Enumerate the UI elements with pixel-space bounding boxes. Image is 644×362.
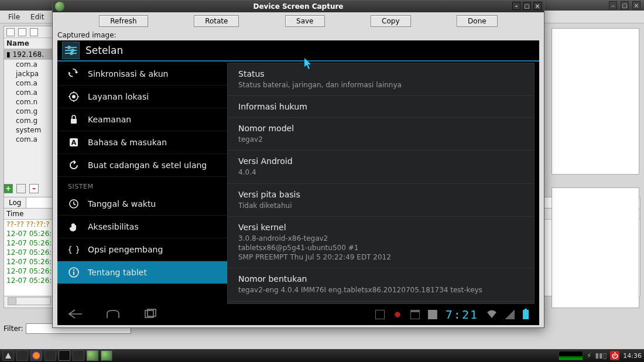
taskbar-item[interactable] (73, 350, 84, 361)
settings-icon[interactable] (62, 42, 80, 59)
detail-item[interactable]: StatusStatus baterai, jaringan, dan info… (228, 63, 534, 96)
detail-subtitle: tegav2-eng 4.0.4 IMM76I eng.tabletsx86.2… (238, 285, 523, 295)
cpu-graph-icon[interactable] (559, 351, 583, 360)
detail-title: Nomor bentukan (238, 274, 523, 284)
nav-item-hand[interactable]: Aksesibilitas (57, 216, 227, 238)
package-row[interactable]: jackpa (4, 69, 54, 78)
svg-rect-9 (73, 272, 74, 275)
signal-icon[interactable] (505, 310, 515, 319)
maximize-icon[interactable]: ▢ (621, 1, 629, 9)
package-row[interactable]: com.n (4, 97, 54, 107)
home-icon[interactable] (105, 309, 121, 321)
power-icon[interactable]: ⏻ (610, 351, 619, 360)
right-lower-panel (551, 187, 639, 308)
nav-item-info[interactable]: Tentang tablet (57, 261, 227, 284)
taskbar-item[interactable] (44, 350, 56, 361)
minimize-icon[interactable]: – (609, 1, 617, 9)
taskbar-clock: 14:36 (623, 352, 642, 360)
back-icon[interactable] (68, 309, 83, 321)
package-row[interactable]: com.a (4, 78, 54, 88)
svg-point-0 (72, 95, 76, 98)
app-icon (55, 2, 64, 11)
copy-button[interactable]: Copy (371, 15, 410, 27)
device-label: 192.168. (13, 50, 44, 59)
tool-icon[interactable] (18, 28, 26, 36)
desktop-taskbar: ⚡ ▮▮▯ ⏻ 14:36 (0, 349, 644, 362)
tab-log[interactable]: Log (4, 197, 26, 208)
detail-item[interactable]: Nomor modeltegav2 (228, 118, 534, 151)
backup-icon (68, 159, 80, 171)
package-row[interactable]: com.g (4, 107, 54, 116)
device-row[interactable]: ▮ 192.168. (4, 49, 54, 60)
rotate-button[interactable]: Rotate (194, 15, 239, 27)
nav-label: Tentang tablet (88, 268, 147, 277)
detail-item[interactable]: Versi pita basisTidak diketahui (228, 184, 534, 217)
maximize-icon[interactable]: ▢ (523, 2, 531, 10)
tool-icon[interactable] (30, 28, 38, 36)
package-row[interactable]: com.a (4, 60, 54, 69)
tool-icon[interactable] (6, 28, 15, 36)
start-icon[interactable] (2, 350, 14, 361)
detail-item[interactable]: Informasi hukum (228, 96, 534, 118)
tray-shop-icon[interactable] (410, 310, 420, 319)
tray-plug-icon[interactable]: ⚡ (587, 351, 591, 360)
taskbar-terminal-icon[interactable] (59, 350, 70, 361)
sysbar-clock[interactable]: 7:21 (446, 308, 478, 322)
menu-edit[interactable]: Edit (26, 12, 49, 22)
package-row[interactable]: com.g (4, 116, 54, 125)
remove-icon[interactable]: – (29, 184, 39, 193)
nav-item-braces[interactable]: { }Opsi pengembang (57, 238, 227, 261)
nav-item-lock[interactable]: Keamanan (57, 108, 227, 131)
tray-record-icon[interactable] (393, 310, 402, 319)
package-row[interactable]: system (4, 125, 54, 135)
close-icon[interactable]: × (533, 2, 542, 10)
menu-file[interactable]: File (4, 12, 25, 22)
detail-item[interactable]: Nomor bentukantegav2-eng 4.0.4 IMM76I en… (228, 268, 534, 301)
nav-item-lang[interactable]: ABahasa & masukan (57, 131, 227, 154)
tray-mail-icon[interactable] (428, 310, 437, 319)
edit-icon[interactable] (16, 184, 26, 193)
done-button[interactable]: Done (457, 15, 498, 27)
captured-image-label: Captured image: (53, 30, 544, 40)
system-tray: ⚡ ▮▮▯ ⏻ 14:36 (559, 351, 642, 360)
refresh-button[interactable]: Refresh (99, 15, 148, 27)
detail-item[interactable]: Versi kernel3.0.8-android-x86-tegav2tabl… (228, 217, 534, 269)
detail-title: Versi pita basis (238, 190, 523, 199)
tray-icon[interactable] (375, 310, 385, 319)
wifi-icon[interactable] (487, 309, 497, 321)
taskbar-firefox-icon[interactable] (30, 350, 42, 361)
detail-item[interactable]: Versi Android4.0.4 (228, 151, 534, 183)
lang-icon: A (68, 136, 80, 148)
dialog-title: Device Screen Capture (254, 2, 344, 11)
taskbar-active-app[interactable] (87, 350, 98, 361)
nav-item-location[interactable]: Layanan lokasi (57, 86, 227, 108)
minimize-icon[interactable]: – (512, 2, 520, 10)
battery-icon[interactable] (523, 310, 529, 319)
nav-label: Layanan lokasi (88, 92, 149, 101)
nav-item-clock[interactable]: Tanggal & waktu (57, 193, 227, 216)
detail-subtitle: Tidak diketahui (238, 201, 523, 210)
device-tree-toolbar (4, 26, 54, 38)
taskbar-item[interactable] (101, 350, 112, 361)
lock-icon (68, 114, 80, 125)
close-icon[interactable]: × (632, 1, 640, 9)
nav-item-sync[interactable]: Sinkronisasi & akun (57, 63, 227, 86)
right-upper-panel (551, 28, 639, 175)
package-row[interactable]: com.a (4, 135, 54, 144)
package-row[interactable]: com.a (4, 88, 54, 97)
svg-rect-2 (71, 119, 77, 124)
column-header-name: Name (4, 38, 54, 49)
braces-icon: { } (68, 244, 80, 255)
nav-item-backup[interactable]: Buat cadangan & setel ulang (57, 154, 227, 177)
tray-signal-icon[interactable]: ▮▮▯ (595, 351, 607, 360)
nav-section-header: SISTEM (57, 177, 227, 193)
dialog-titlebar[interactable]: Device Screen Capture – ▢ × (53, 1, 544, 12)
recent-icon[interactable] (143, 309, 158, 321)
taskbar-item[interactable] (16, 350, 28, 361)
sync-icon (68, 68, 80, 80)
hscrollbar[interactable] (8, 297, 51, 305)
add-icon[interactable]: + (4, 184, 13, 193)
save-button[interactable]: Save (285, 15, 324, 27)
detail-title: Versi kernel (238, 223, 523, 232)
nav-label: Opsi pengembang (88, 245, 163, 254)
